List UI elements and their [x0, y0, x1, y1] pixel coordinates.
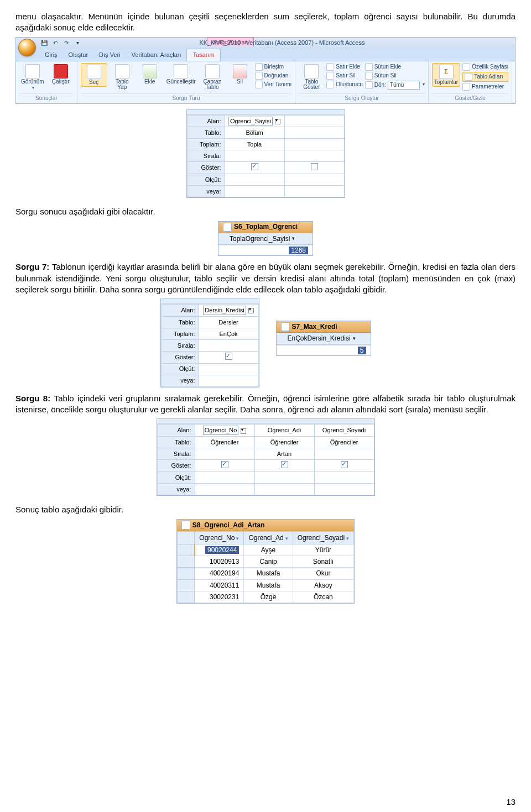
calistir-button[interactable]: Çalıştır	[48, 63, 74, 86]
don-control[interactable]: Dön: Tümü▾	[365, 81, 425, 90]
checkbox-icon[interactable]	[225, 353, 232, 360]
ds3-header-3[interactable]: Ogrenci_Soyadi▾	[293, 531, 353, 544]
grid1-col2-alan[interactable]	[284, 115, 344, 127]
crosstab-icon	[205, 64, 220, 78]
qat-dropdown-icon[interactable]: ▾	[74, 39, 81, 47]
deletecol-icon	[365, 72, 373, 80]
query-design-grid-2: Alan: Dersin_Kredisi Tablo:Dersler Topla…	[160, 298, 259, 387]
gorunum-button[interactable]: Görünüm▾	[19, 63, 46, 92]
tablogoster-button[interactable]: Tablo Göster	[299, 63, 324, 92]
dropdown-icon[interactable]	[241, 428, 246, 434]
datasheet-icon	[25, 64, 40, 78]
label-goster: Göster:	[187, 162, 225, 174]
tabloyap-button[interactable]: Tablo Yap	[110, 63, 135, 92]
sutunsil-button[interactable]: Sütun Sil	[365, 72, 425, 80]
grid2-toplam-cell[interactable]: EnÇok	[199, 328, 258, 340]
grid1-alan-cell[interactable]: Ogrenci_Sayisi	[225, 115, 284, 127]
result-datasheet-3: S8_Ogrenci_Adi_Artan Ogrenci_No▾ Ogrenci…	[176, 519, 355, 604]
grid2-tablo-cell[interactable]: Dersler	[199, 317, 258, 328]
label-toplam: Toplam:	[187, 139, 225, 150]
grid1-toplam-cell[interactable]: Topla	[225, 139, 284, 150]
ozelliksayfasi-button[interactable]: Özellik Sayfası	[462, 63, 508, 71]
table-row[interactable]: 40020194MustafaOkur	[177, 568, 353, 579]
grid3-c2-sirala[interactable]: Artan	[254, 448, 314, 460]
grid2-alan-cell[interactable]: Dersin_Kredisi	[199, 305, 258, 317]
satirsil-button[interactable]: Satır Sil	[326, 72, 362, 80]
group-gostergizle: Göster/Gizle	[432, 93, 509, 102]
grid3-c1-tablo[interactable]: Öğrenciler	[195, 437, 254, 448]
toplamlar-button[interactable]: ΣToplamlar	[432, 63, 460, 87]
ds3-header-2[interactable]: Ogrenci_Ad▾	[244, 531, 293, 544]
ekle-button[interactable]: Ekle	[137, 63, 163, 86]
grid2-goster[interactable]	[199, 352, 258, 364]
table-row[interactable]: 10020913CanipSonatlı	[177, 556, 353, 568]
tab-tasarim[interactable]: Tasarım	[186, 49, 220, 61]
ds3-tab-title: S8_Ogrenci_Adi_Artan	[192, 521, 265, 530]
query-tab-icon	[281, 322, 290, 331]
dogrudan-button[interactable]: Doğrudan	[255, 72, 292, 80]
redo-icon[interactable]: ↷	[63, 39, 70, 47]
checkbox-icon[interactable]	[341, 461, 348, 468]
don-input[interactable]: Tümü	[388, 81, 420, 90]
group-sorguolustur: Sorgu Oluştur	[299, 93, 424, 102]
grid3-c1-sirala[interactable]	[195, 448, 254, 460]
deleterow-icon	[326, 72, 334, 80]
table-row[interactable]: 30020231ÖzgeÖzcan	[177, 591, 353, 603]
dropdown-icon[interactable]	[248, 308, 254, 313]
builder-icon	[326, 81, 334, 88]
tab-olustur[interactable]: Oluştur	[63, 49, 93, 61]
checkbox-icon[interactable]	[311, 163, 318, 170]
sec-button[interactable]: Seç	[81, 63, 107, 87]
grid3-c3-sirala[interactable]	[314, 448, 374, 460]
grid3-c1-alan[interactable]: Ogrenci_No	[195, 425, 254, 437]
table-row[interactable]: 90020244AyşeYürür	[177, 544, 353, 556]
dropdown-icon[interactable]	[275, 119, 280, 124]
grid3-c3-alan[interactable]: Ogrenci_Soyadi	[314, 425, 374, 437]
tabloadlari-button[interactable]: Tablo Adları	[462, 72, 508, 82]
result-datasheet-1: S6_Toplam_Ogrenci ToplaOgrenci_Sayisi▾ 1…	[218, 221, 313, 256]
olusturucu-button[interactable]: Oluşturucu	[326, 81, 362, 88]
satirekle-button[interactable]: Satır Ekle	[326, 63, 362, 71]
showtable-icon	[304, 64, 319, 78]
propsheet-icon	[462, 63, 470, 71]
window-title: KK_MVT_2010 : Veritabanı (Access 2007) -…	[199, 39, 365, 47]
veritanimi-button[interactable]: Veri Tanımı	[255, 81, 292, 88]
checkbox-icon[interactable]	[281, 461, 288, 468]
label-tablo: Tablo:	[187, 127, 225, 139]
parametreler-button[interactable]: Parametreler	[462, 83, 508, 91]
tab-giris[interactable]: Giriş	[39, 49, 63, 61]
insertrow-icon	[326, 63, 334, 71]
label-alan: Alan:	[187, 115, 225, 127]
ds1-column-header[interactable]: ToplaOgrenci_Sayisi	[230, 235, 290, 243]
label-veya: veya:	[187, 186, 225, 197]
table-row[interactable]: 40020311MustafaAksoy	[177, 579, 353, 591]
sil-button[interactable]: Sil	[227, 63, 253, 86]
grid1-goster2[interactable]	[284, 162, 344, 174]
grid1-goster1[interactable]	[225, 162, 284, 174]
checkbox-icon[interactable]	[221, 461, 228, 468]
tab-veritabani-araclari[interactable]: Veritabanı Araçları	[126, 49, 187, 61]
capraz-button[interactable]: Çapraz Tablo	[200, 63, 225, 92]
ds2-value-cell[interactable]: 5	[277, 345, 371, 355]
office-orb[interactable]	[18, 39, 36, 56]
tab-disveri[interactable]: Dış Veri	[93, 49, 126, 61]
birlesim-button[interactable]: Birleşim	[255, 63, 292, 71]
ds2-column-header[interactable]: EnÇokDersin_Kredisi	[288, 334, 351, 342]
paragraph-3: Sonuç tablo aşağıdaki gibidir.	[15, 504, 516, 515]
group-sonuclar: Sonuçlar	[19, 93, 74, 102]
sutunekle-button[interactable]: Sütun Ekle	[365, 63, 425, 71]
checkbox-icon[interactable]	[251, 163, 258, 170]
grid3-c2-tablo[interactable]: Öğrenciler	[254, 437, 314, 448]
guncellestir-button[interactable]: Güncelleştir	[165, 63, 197, 86]
save-icon[interactable]: 💾	[40, 39, 48, 47]
grid1-tablo-cell[interactable]: Bölüm	[225, 127, 284, 139]
grid3-c3-tablo[interactable]: Öğrenciler	[314, 437, 374, 448]
sigma-icon: Σ	[439, 65, 454, 79]
ds1-value-cell[interactable]: 1268	[218, 245, 313, 255]
grid3-c2-alan[interactable]: Ogrenci_Adi	[254, 425, 314, 437]
result-datasheet-2: S7_Max_Kredi EnÇokDersin_Kredisi▾ 5	[276, 321, 371, 356]
update-icon	[174, 64, 188, 78]
ds3-header-1[interactable]: Ogrenci_No▾	[195, 531, 244, 544]
undo-icon[interactable]: ↶	[51, 39, 59, 47]
datadef-icon	[255, 81, 263, 88]
